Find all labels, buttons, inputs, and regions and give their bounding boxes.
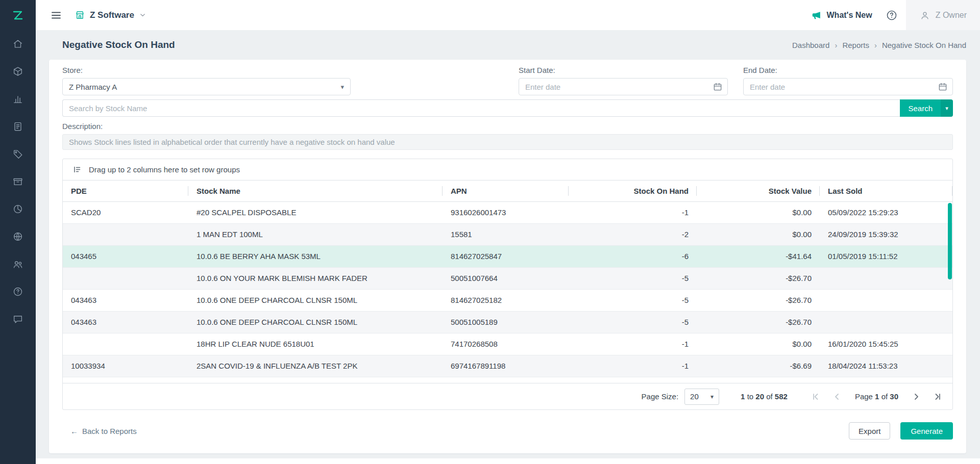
store-switcher[interactable]: Z Software [75,10,146,20]
cell-stock-on-hand: -5 [569,312,697,333]
store-select[interactable]: Z Pharmacy A ▾ [62,78,351,95]
breadcrumb-reports[interactable]: Reports [842,41,869,49]
cell-pde: 043463 [63,290,188,311]
sidebar-item-feedback[interactable] [0,305,36,333]
caret-down-icon: ▾ [710,393,714,400]
page-size-select[interactable]: 20 ▾ [684,389,719,405]
cell-pde: SCAD20 [63,202,188,223]
pie-chart-icon [12,203,23,215]
globe-icon [12,231,23,242]
cell-stock-value: -$26.70 [697,312,820,333]
table-row[interactable]: 043463 10.0.6 ONE DEEP CHARCOAL CLNSR 15… [63,312,952,333]
card-footer: ← Back to Reports Export Generate [62,422,953,440]
column-header-pde[interactable]: PDE [63,181,188,201]
sidebar-item-pricing[interactable] [0,140,36,168]
back-link-label: Back to Reports [82,427,137,435]
cell-stock-value [697,377,820,383]
end-date-input[interactable] [743,78,953,95]
page-size-value: 20 [690,392,699,401]
end-date-label: End Date: [743,66,953,75]
cell-pde [63,333,188,355]
calendar-icon[interactable] [713,82,723,92]
previous-page-button[interactable] [832,392,842,401]
table-row[interactable]: 1 MAN EDT 100ML 15581 -2 $0.00 24/09/201… [63,224,952,246]
whats-new-label: What's New [827,11,872,20]
user-avatar-icon [919,10,930,21]
grid-pagination: Page Size: 20 ▾ 1 to 20 of 582 P [63,383,952,409]
search-button[interactable]: Search [900,99,941,117]
chat-icon [12,314,23,325]
column-header-stock-value[interactable]: Stock Value [697,181,820,201]
search-input[interactable] [62,99,900,117]
whats-new-button[interactable]: What's New [811,10,872,21]
stock-grid: Drag up to 2 columns here to set row gro… [62,159,953,410]
sidebar-item-support[interactable] [0,278,36,305]
help-button[interactable] [886,9,898,21]
hamburger-icon [50,9,62,21]
column-header-apn[interactable]: APN [443,181,569,201]
cell-last-sold: 05/09/2022 15:29:23 [820,202,952,223]
table-row[interactable]: 10.0.6 ON YOUR MARK BLEMISH MARK FADER 5… [63,268,952,290]
sidebar-item-products[interactable] [0,58,36,85]
column-header-last-sold[interactable]: Last Sold [820,181,952,201]
report-icon [12,121,23,132]
help-circle-icon [12,286,23,297]
row-group-panel: Drag up to 2 columns here to set row gro… [63,159,952,181]
cell-last-sold [820,377,952,383]
table-row[interactable]: SCAD20 #20 SCALPEL DISPOSABLE 9316026001… [63,202,952,224]
cell-stock-value: $0.00 [697,224,820,245]
search-options-button[interactable]: ▾ [941,99,953,117]
table-row[interactable]: 043465 10.0.6 BE BERRY AHA MASK 53ML 814… [63,246,952,268]
table-row[interactable]: 18HR LIP CLEAR NUDE 6518U01 74170268508 … [63,333,952,355]
table-row[interactable]: 10033934 2SAN COVID-19 & INFLUENZA A/B T… [63,355,952,377]
store-field: Store: Z Pharmacy A ▾ [62,66,351,95]
menu-toggle-button[interactable] [50,9,62,21]
table-row[interactable] [63,377,952,383]
column-header-stock-name[interactable]: Stock Name [188,181,443,201]
vertical-scrollbar[interactable] [948,203,952,279]
topbar: Z Software What's New Z Owner [36,0,980,30]
next-page-button[interactable] [912,392,921,401]
row-range-summary: 1 to 20 of 582 [741,392,788,401]
last-page-icon [933,392,942,401]
home-icon [12,38,23,49]
generate-button[interactable]: Generate [900,422,953,440]
sidebar-item-web[interactable] [0,223,36,250]
cell-apn: 74170268508 [443,333,569,355]
cell-stock-value: $0.00 [697,202,820,223]
export-button[interactable]: Export [849,422,890,440]
breadcrumb-dashboard[interactable]: Dashboard [792,41,829,49]
breadcrumb-current: Negative Stock On Hand [882,41,966,49]
column-header-stock-on-hand[interactable]: Stock On Hand [569,181,697,201]
calendar-icon[interactable] [938,82,948,92]
sidebar-item-sales[interactable] [0,85,36,113]
cell-stock-value: $0.00 [697,333,820,355]
start-date-input[interactable] [519,78,728,95]
grid-body: SCAD20 #20 SCALPEL DISPOSABLE 9316026001… [63,202,952,383]
tag-icon [12,148,23,160]
page-head: Negative Stock On Hand Dashboard › Repor… [36,30,980,60]
cell-stock-on-hand: -2 [569,224,697,245]
table-row[interactable]: 043463 10.0.6 ONE DEEP CHARCOAL CLNSR 15… [63,290,952,312]
first-page-button[interactable] [811,392,820,401]
sidebar-item-home[interactable] [0,30,36,58]
sidebar-item-reports[interactable] [0,113,36,140]
page-indicator: Page 1 of 30 [855,392,898,401]
back-to-reports-link[interactable]: ← Back to Reports [70,427,137,435]
cell-last-sold [820,290,952,311]
description-label: Description: [62,122,953,131]
cell-stock-name: 10.0.6 ONE DEEP CHARCOAL CLNSR 150ML [188,290,443,311]
app-logo[interactable] [0,0,36,30]
last-page-button[interactable] [933,392,942,401]
sidebar-item-analytics[interactable] [0,195,36,223]
page-size-label: Page Size: [642,392,679,401]
bar-chart-icon [12,93,23,105]
sidebar-item-stock[interactable] [0,168,36,195]
back-arrow-icon: ← [70,427,78,435]
cell-stock-value: -$26.70 [697,290,820,311]
user-menu[interactable]: Z Owner [906,0,980,30]
cell-last-sold: 18/04/2024 11:53:23 [820,355,952,377]
cell-stock-name: 18HR LIP CLEAR NUDE 6518U01 [188,333,443,355]
sidebar-item-customers[interactable] [0,250,36,278]
cell-stock-on-hand: -1 [569,202,697,223]
